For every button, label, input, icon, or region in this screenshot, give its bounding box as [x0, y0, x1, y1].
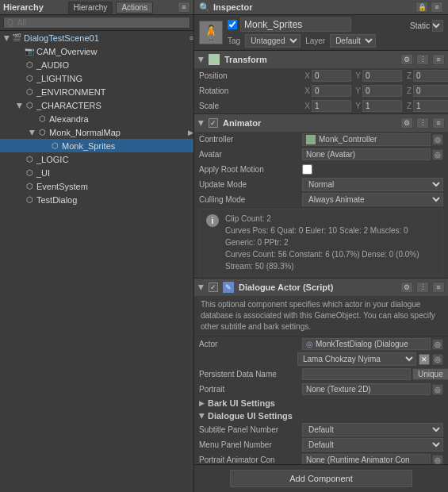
inspector-header: 🔍 Inspector 🔒 ≡	[194, 0, 448, 15]
menu-panel-number-dropdown[interactable]: Default	[302, 438, 443, 452]
dialogue-actor-checkbox[interactable]: ✓	[209, 283, 218, 292]
tree-item-alexandra[interactable]: ⬡ Alexandra	[0, 112, 193, 125]
tab-actions[interactable]: Actions	[116, 2, 153, 13]
tree-item-ui[interactable]: ⬡ _UI	[0, 166, 193, 179]
tree-item-environment[interactable]: ⬡ _ENVIRONMENT	[0, 85, 193, 98]
transform-dots-btn[interactable]: ⋮	[416, 54, 429, 65]
gameobject-name-input[interactable]	[240, 17, 351, 32]
add-component-button[interactable]: Add Component	[230, 470, 412, 487]
unique-button[interactable]: Unique	[412, 368, 448, 380]
tag-dropdown[interactable]: Untagged	[245, 34, 301, 48]
avatar-text: None (Avatar)	[306, 150, 355, 159]
dialogue-actor-more-btn[interactable]: ≡	[432, 282, 445, 293]
static-dropdown[interactable]: ▼	[432, 20, 443, 32]
transform-more-btn[interactable]: ≡	[432, 54, 445, 65]
chars-label: _CHARACTERS	[36, 101, 101, 110]
tree-item-characters[interactable]: ▶ ⬡ _CHARACTERS	[0, 98, 193, 112]
avatar-field[interactable]: None (Avatar)	[302, 148, 431, 160]
layer-label: Layer	[305, 37, 325, 45]
inspector-lock-btn[interactable]: 🔒	[415, 2, 428, 13]
subtitle-panel-number-dropdown[interactable]: Default	[302, 423, 443, 436]
animator-settings-btn[interactable]: ⚙	[400, 117, 413, 129]
hierarchy-tree: ▶ 🎬 DialogTestScene01 ≡ 📷 CAM_Overview ⬡…	[0, 31, 193, 492]
animator-checkbox[interactable]: ✓	[209, 118, 218, 128]
tree-item-scene[interactable]: ▶ 🎬 DialogTestScene01 ≡	[0, 31, 193, 44]
rotation-x[interactable]	[312, 85, 351, 97]
actor-field[interactable]: ◎ MonkTestDialog (Dialogue	[302, 338, 431, 350]
culling-mode-dropdown[interactable]: Always Animate	[302, 193, 443, 206]
tree-item-lighting[interactable]: ⬡ _LIGHTING	[0, 71, 193, 85]
gameobject-active-checkbox[interactable]	[228, 20, 237, 29]
dialogue-actor-dots-btn[interactable]: ⋮	[416, 282, 429, 293]
panel-tabs: Hierarchy Actions	[68, 2, 154, 13]
bark-ui-settings-row[interactable]: ▶ Bark UI Settings	[194, 397, 448, 409]
portrait-select-btn[interactable]: ◎	[432, 384, 443, 395]
chars-icon: ⬡	[24, 100, 35, 111]
controller-select-btn[interactable]: ◎	[432, 134, 443, 145]
actor-select-btn[interactable]: ◎	[432, 339, 443, 350]
dialogue-actor-icon: ✎	[223, 282, 234, 293]
persistent-data-name-value: Unique	[302, 368, 448, 380]
portrait-animator-field[interactable]: None (Runtime Animator Con	[302, 454, 431, 464]
actor-x-btn[interactable]: ✕	[419, 354, 430, 365]
rotation-z[interactable]	[413, 85, 448, 97]
avatar-select-btn[interactable]: ◎	[432, 149, 443, 160]
inspector-menu-btn[interactable]: ≡	[431, 2, 443, 13]
actor-icon-sm: ◎	[306, 340, 313, 348]
controller-field[interactable]: Monk_Controller	[302, 133, 431, 146]
update-mode-dropdown[interactable]: Normal	[302, 178, 443, 191]
transform-settings-btn[interactable]: ⚙	[400, 54, 413, 65]
animator-component: ▶ ✓ Animator ⚙ ⋮ ≡ Controller Monk_Contr…	[194, 114, 448, 279]
ui-icon: ⬡	[24, 167, 35, 179]
actor-sub-dropdown[interactable]: Lama Chokzay Nyima	[297, 352, 416, 366]
dialogue-ui-settings-row[interactable]: ▶ Dialogue UI Settings	[194, 409, 448, 422]
tag-label: Tag	[228, 37, 240, 45]
bark-ui-triangle: ▶	[199, 399, 205, 407]
triangle-scene: ▶	[3, 34, 11, 42]
testdialog-icon: ⬡	[24, 194, 35, 206]
inspector-toolbar: 🔒 ≡	[415, 2, 443, 13]
inspector-icon: 🔍	[199, 2, 210, 13]
animator-more-btn[interactable]: ≡	[432, 117, 445, 129]
tree-item-monk-normalmap[interactable]: ▶ ⬡ Monk_NormalMap ▶	[0, 125, 193, 139]
dialogue-actor-header[interactable]: ▶ ✓ ✎ Dialogue Actor (Script) ⚙ ⋮ ≡	[194, 279, 448, 296]
transform-header[interactable]: ▶ Transform ⚙ ⋮ ≡	[194, 51, 448, 68]
persistent-data-name-input[interactable]	[302, 368, 411, 380]
animator-header[interactable]: ▶ ✓ Animator ⚙ ⋮ ≡	[194, 114, 448, 132]
dialogue-actor-settings-btn[interactable]: ⚙	[400, 282, 413, 293]
layer-dropdown[interactable]: Default	[330, 34, 376, 48]
scene-menu-icon[interactable]: ≡	[190, 34, 193, 42]
rotation-y[interactable]	[362, 85, 402, 97]
animator-dots-btn[interactable]: ⋮	[416, 117, 429, 129]
culling-mode-row: Culling Mode Always Animate	[194, 192, 448, 207]
rotation-row: Rotation X Y Z	[194, 83, 448, 98]
tree-item-cam[interactable]: 📷 CAM_Overview	[0, 44, 193, 58]
audio-icon: ⬡	[24, 60, 35, 71]
tree-item-eventsystem[interactable]: ⬡ EventSystem	[0, 179, 193, 193]
position-z[interactable]	[413, 70, 448, 82]
tree-item-testdialog[interactable]: ⬡ TestDialog	[0, 193, 193, 206]
tree-item-logic[interactable]: ⬡ _LOGIC	[0, 152, 193, 166]
hierarchy-more-btn[interactable]: ≡	[178, 2, 190, 13]
subtitle-panel-number-label: Subtitle Panel Number	[199, 425, 302, 434]
eventsystem-label: EventSystem	[36, 182, 88, 191]
portrait-animator-select-btn[interactable]: ◎	[432, 455, 443, 465]
position-x[interactable]	[312, 70, 351, 82]
scale-z[interactable]	[413, 100, 448, 112]
position-y[interactable]	[362, 70, 402, 82]
tree-item-monk-sprites[interactable]: ⬡ Monk_Sprites	[0, 139, 193, 152]
tree-item-audio[interactable]: ⬡ _AUDIO	[0, 58, 193, 71]
search-input[interactable]	[3, 17, 190, 29]
portrait-field[interactable]: None (Texture 2D)	[302, 383, 431, 395]
apply-root-motion-checkbox[interactable]	[302, 164, 312, 175]
actor-prop-value: ◎ MonkTestDialog (Dialogue ◎	[302, 338, 443, 350]
actor-dot-btn[interactable]: ◎	[432, 354, 443, 365]
scale-y[interactable]	[362, 100, 402, 112]
actor-subdropdown-row: Lama Chokzay Nyima ✕ ◎	[194, 352, 448, 367]
portrait-text: None (Texture 2D)	[306, 385, 371, 394]
position-value: X Y Z	[302, 70, 448, 82]
tab-hierarchy[interactable]: Hierarchy	[68, 2, 113, 13]
add-component-bar: Add Component	[194, 464, 448, 492]
scale-x[interactable]	[312, 100, 351, 112]
avatar-value: None (Avatar) ◎	[302, 148, 443, 160]
